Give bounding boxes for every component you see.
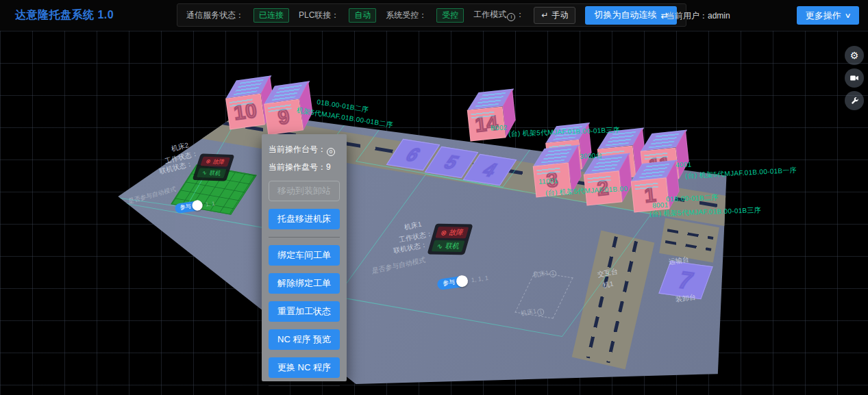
top-header: 达意隆托盘系统 1.0 通信服务状态： 已连接 PLC联接： 自动 系统受控： … [0, 0, 868, 31]
work-order-label: 3000台 [580, 151, 603, 162]
pallet-number: 10 [225, 94, 265, 130]
machine-short-label: 机1 [602, 279, 615, 290]
viewport-3d[interactable]: 10 9 14 13 3 12 2 11 1 6 5 4 7 机床2 工作状态：… [0, 31, 868, 395]
enter-arrow-icon: ↵ [541, 10, 548, 20]
current-user: 当前用户：admin [667, 10, 730, 22]
work-order-label: 01B.00-01B二序 [666, 193, 719, 205]
work-order-label: 8001 [652, 201, 669, 209]
control-status-label: 系统受控： [386, 10, 427, 21]
menu-divider [269, 385, 340, 386]
work-order-label: 11001 [538, 177, 558, 185]
gear-icon: ⚙ [850, 50, 859, 61]
pallet-into-machine-button[interactable]: 托盘移进机床 [269, 209, 340, 229]
switch-auto-button[interactable]: 切换为自动连续 ⇄ [585, 6, 677, 25]
work-order-label: B002 [491, 124, 508, 132]
wrench-icon [850, 97, 859, 105]
manual-mode-button[interactable]: ↵ 手动 [534, 7, 575, 24]
control-status-badge: 受控 [436, 8, 464, 23]
fault-icon: ⊗ [205, 158, 212, 165]
settings-button[interactable]: ⚙ [845, 46, 864, 65]
status-bar: 通信服务状态： 已连接 PLC联接： 自动 系统受控： 受控 工作模式i： ↵ … [177, 3, 686, 27]
work-order-label: 4001 [675, 160, 692, 168]
menu-divider [269, 237, 340, 238]
move-to-dock-button[interactable]: 移动到装卸站 [269, 181, 340, 201]
pallet-cube-10[interactable]: 10 [225, 94, 265, 130]
chevron-down-icon: ∨ [844, 12, 851, 19]
fault-icon: ⊗ [440, 229, 448, 237]
pallet-info: 当前操作盘号：9 [269, 158, 340, 176]
camera-view-button[interactable] [845, 68, 864, 88]
nc-change-button[interactable]: 更换 NC 程序 [269, 357, 340, 378]
video-camera-icon [850, 73, 859, 83]
info-icon: i [507, 13, 515, 21]
plc-status-badge: 自动 [349, 8, 376, 23]
work-order-label: (台) 机架5代MJAF.01B.00-01B一序 [685, 166, 797, 181]
station-info: 当前操作台号：0 [269, 140, 340, 158]
comm-status-badge: 已连接 [253, 8, 289, 23]
tools-button[interactable] [845, 91, 864, 110]
work-order-label: (台) 机架5代MJAF.01B.00-01B三序 [508, 125, 620, 139]
reset-state-button[interactable]: 重置加工状态 [269, 301, 340, 322]
work-mode-label: 工作模式i： [473, 9, 524, 21]
pallet-context-menu: 当前操作台号：0 当前操作盘号：9 移动到装卸站 托盘移进机床 绑定车间工单 解… [262, 134, 347, 381]
app-title: 达意隆托盘系统 1.0 [15, 8, 114, 23]
plc-status-label: PLC联接： [299, 10, 339, 21]
nc-preview-button[interactable]: NC 程序 预览 [269, 329, 340, 350]
pallet-cube-9[interactable]: 9 [264, 99, 303, 136]
pallet-number: 9 [264, 99, 303, 136]
comm-status-label: 通信服务状态： [186, 10, 244, 21]
more-actions-button[interactable]: 更多操作 ∨ [797, 6, 859, 25]
road-transport [659, 218, 719, 262]
unbind-order-button[interactable]: 解除绑定工单 [269, 273, 340, 294]
link-icon: ∿ [436, 242, 444, 250]
link-icon: ∿ [201, 170, 208, 177]
bind-order-button[interactable]: 绑定车间工单 [269, 245, 340, 266]
